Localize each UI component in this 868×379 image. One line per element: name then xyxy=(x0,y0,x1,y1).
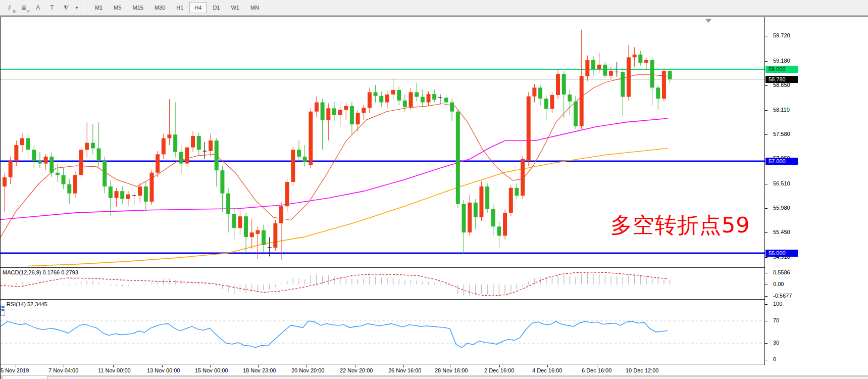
scrollbar-left-button[interactable] xyxy=(1,376,3,379)
arrows-dropdown-icon[interactable]: ▼ xyxy=(75,6,79,10)
candle-body xyxy=(291,150,295,182)
candle-body xyxy=(273,223,277,248)
candle-body xyxy=(421,97,425,103)
candle-body xyxy=(338,110,342,115)
candle-body xyxy=(456,112,460,204)
candle-body xyxy=(574,102,578,126)
axis-tick xyxy=(765,36,768,36)
candle-body xyxy=(368,92,372,108)
candle-body xyxy=(485,186,489,209)
axis-tick xyxy=(765,85,768,86)
rsi-axis-label: 0 xyxy=(773,356,776,362)
candle-body xyxy=(432,94,436,100)
candle-body xyxy=(250,232,254,237)
candle-body xyxy=(515,188,519,196)
candle-body xyxy=(462,204,466,232)
candle-body xyxy=(85,143,89,150)
price-axis-label: 55.450 xyxy=(773,229,790,235)
candle-body xyxy=(20,138,24,146)
axis-tick xyxy=(765,61,768,62)
candle-body xyxy=(156,154,160,172)
candle-body xyxy=(491,209,495,227)
timeframe-button-m1[interactable]: M1 xyxy=(90,2,108,13)
time-axis-label: 28 Nov 16:00 xyxy=(435,367,468,373)
timeframe-button-mn[interactable]: MN xyxy=(245,2,264,13)
candle-body xyxy=(379,96,383,103)
fibonacci-icon[interactable]: ≣F xyxy=(17,2,30,14)
time-axis-label: 15 Nov 00:00 xyxy=(195,367,228,373)
time-axis-label: 5 Nov 2019 xyxy=(1,367,29,373)
candle-body xyxy=(73,175,77,193)
timeframe-button-m15[interactable]: M15 xyxy=(127,2,148,13)
candle-body xyxy=(14,145,18,161)
candle-body xyxy=(591,60,595,69)
candle-body xyxy=(662,71,666,99)
candle-body xyxy=(62,175,66,184)
text-label-icon[interactable]: T xyxy=(45,2,59,14)
rsi-axis-label: 70 xyxy=(773,317,779,323)
axis-tick xyxy=(765,360,768,360)
scrollbar-thumb[interactable] xyxy=(47,376,868,379)
candle-body xyxy=(97,149,101,161)
price-axis-label: 58.110 xyxy=(773,107,790,113)
rsi-pane[interactable] xyxy=(1,301,764,364)
candle-body xyxy=(32,150,36,161)
candle-body xyxy=(256,230,260,234)
price-axis-highlight-label: 57.000 xyxy=(765,158,798,165)
candle-body xyxy=(109,186,113,198)
candle-body xyxy=(103,161,107,186)
candle-body xyxy=(450,103,454,112)
candle-body xyxy=(644,60,648,63)
time-axis-label: 10 Dec 12:00 xyxy=(626,367,658,373)
candle-body xyxy=(350,106,354,124)
timeframe-button-h1[interactable]: H1 xyxy=(171,2,188,13)
indicator-mini-icon[interactable] xyxy=(1,305,5,316)
timeframe-button-h4[interactable]: H4 xyxy=(189,2,207,13)
candle-body xyxy=(356,113,360,124)
rsi-axis-label: 30 xyxy=(773,340,779,346)
candle-body xyxy=(315,103,319,112)
candle-body xyxy=(209,140,213,151)
price-axis-label: 59.180 xyxy=(773,58,790,64)
equidistant-channel-icon[interactable]: ⫽E xyxy=(3,2,16,14)
candle-body xyxy=(550,95,554,109)
candle-body xyxy=(38,161,42,164)
rsi-canvas[interactable] xyxy=(1,301,764,364)
macd-pane[interactable] xyxy=(1,269,764,299)
macd-axis-label: 0.5586 xyxy=(773,269,790,275)
price-axis-label: 59.720 xyxy=(773,32,790,38)
candle-body xyxy=(621,72,625,97)
candle-body xyxy=(568,94,572,102)
axis-tick xyxy=(765,285,768,285)
candle-body xyxy=(26,138,30,150)
time-axis-label: 4 Dec 16:00 xyxy=(532,367,562,373)
candle-body xyxy=(427,94,431,102)
mt4-window: ⫽E≣FAT⧨▼ M1M5M15M30H1H4D1W1MN ▲ USOil-,H… xyxy=(0,0,868,379)
candle-body xyxy=(49,157,54,173)
axis-tick xyxy=(765,208,768,209)
candle-body xyxy=(527,97,531,161)
timeframe-button-d1[interactable]: D1 xyxy=(208,2,225,13)
candle-body xyxy=(585,60,589,76)
price-axis-highlight-label: 59.000 xyxy=(765,66,798,73)
toolbar: ⫽E≣FAT⧨▼ M1M5M15M30H1H4D1W1MN xyxy=(0,0,868,17)
axis-tick xyxy=(765,232,768,233)
chart-shift-icon[interactable] xyxy=(705,19,712,23)
macd-canvas[interactable] xyxy=(1,269,764,299)
candle-body xyxy=(385,94,389,102)
price-axis[interactable]: 59.72059.18058.65058.11057.58057.05056.5… xyxy=(765,17,868,365)
candle-body xyxy=(627,57,631,97)
text-icon[interactable]: A xyxy=(31,2,44,14)
timeframe-button-w1[interactable]: W1 xyxy=(226,2,244,13)
time-axis-label: 20 Nov 20:00 xyxy=(291,367,324,373)
candle-body xyxy=(344,106,348,110)
candle-body xyxy=(185,148,189,164)
timeframe-button-m5[interactable]: M5 xyxy=(109,2,126,13)
timeframe-button-m30[interactable]: M30 xyxy=(149,2,170,13)
price-axis-label: 56.510 xyxy=(773,180,790,186)
candle-body xyxy=(179,152,183,164)
time-axis-label: 13 Nov 00:00 xyxy=(147,367,180,373)
time-axis[interactable]: 5 Nov 20197 Nov 04:0011 Nov 00:0013 Nov … xyxy=(1,365,868,375)
ma-slow-line xyxy=(28,149,668,266)
arrows-icon[interactable]: ⧨ xyxy=(60,2,73,14)
